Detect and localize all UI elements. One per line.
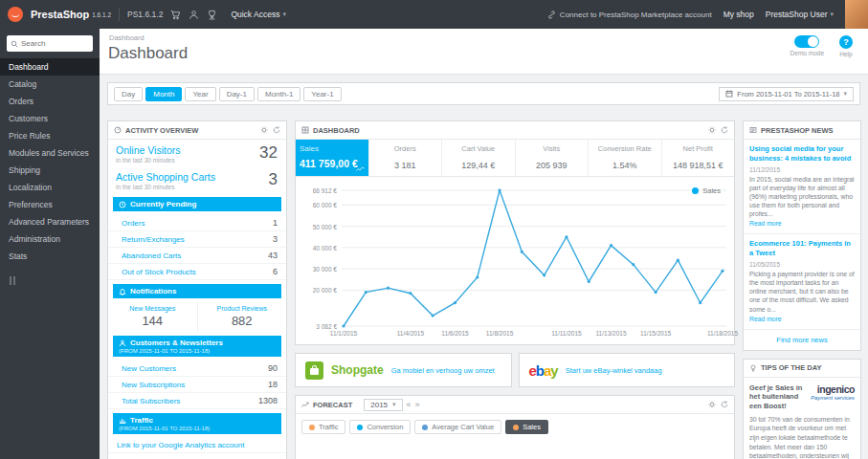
user-menu[interactable]: PrestaShop User ▾ xyxy=(766,10,834,19)
help-label: Help xyxy=(839,51,852,57)
trophy-icon[interactable] xyxy=(207,10,217,20)
notifications-header: Notifications xyxy=(113,284,281,298)
range-button-year[interactable]: Year xyxy=(185,87,215,101)
kpi-orders[interactable]: Orders 3 181 xyxy=(368,140,442,176)
range-button-day[interactable]: Day xyxy=(114,87,143,101)
news-title: PRESTASHOP NEWS xyxy=(761,126,834,135)
active-carts-link[interactable]: Active Shopping Carts xyxy=(116,171,215,183)
forecast-legend-sales[interactable]: Sales xyxy=(505,420,548,434)
product-reviews-value: 882 xyxy=(200,314,285,328)
forecast-next-icon[interactable]: » xyxy=(415,400,420,409)
customer-icon[interactable] xyxy=(189,10,199,20)
shopgate-brand: Shopgate xyxy=(331,363,384,377)
new-messages-stat[interactable]: New Messages 144 xyxy=(108,302,197,332)
abandoned-carts-link[interactable]: Abandoned Carts xyxy=(122,251,181,260)
sidebar-item-customers[interactable]: Customers xyxy=(0,110,100,127)
google-analytics-link[interactable]: Link to your Google Analytics account xyxy=(117,441,244,449)
shopgate-link[interactable]: Ga mobiel en verhoog uw omzet xyxy=(391,366,495,375)
panel-refresh-icon[interactable] xyxy=(273,126,280,134)
active-carts-sub: in the last 30 minutes xyxy=(116,184,278,190)
dashboard-panel: DASHBOARD Sales 411 759,00 € xyxy=(295,120,735,345)
news-article-2: Ecommerce 101: Payments in a Tweet 11/05… xyxy=(744,234,860,329)
kpi-visits[interactable]: Visits 205 939 xyxy=(515,140,589,176)
range-button-month-1[interactable]: Month-1 xyxy=(257,87,300,101)
kpi-cart-value[interactable]: Cart Value 129,44 € xyxy=(441,140,515,176)
prestashop-logo-icon[interactable] xyxy=(8,7,23,22)
tips-title: TIPS OF THE DAY xyxy=(761,363,821,372)
new-customers-link[interactable]: New Customers xyxy=(122,364,176,373)
sidebar-item-modules-and-services[interactable]: Modules and Services xyxy=(0,144,100,162)
search-input[interactable] xyxy=(21,39,89,48)
ebay-link[interactable]: Start uw eBay-winkel vandaag xyxy=(566,366,662,375)
panel-refresh-icon[interactable] xyxy=(721,126,728,134)
sidebar-item-administration[interactable]: Administration xyxy=(0,230,100,248)
panel-settings-icon[interactable] xyxy=(708,401,716,408)
help-icon[interactable]: ? xyxy=(839,35,853,49)
link-icon xyxy=(547,11,556,19)
news-article-link[interactable]: Using social media for your business: 4 … xyxy=(749,144,855,164)
forecast-legend-traffic[interactable]: Traffic xyxy=(301,420,345,434)
date-range-picker[interactable]: From 2015-11-01 To 2015-11-18 ▾ xyxy=(719,87,854,101)
cart-icon[interactable] xyxy=(170,10,181,20)
quick-access-menu[interactable]: Quick Access ▾ xyxy=(231,10,286,19)
forecast-prev-icon[interactable]: « xyxy=(407,400,412,409)
chevron-down-icon: ▾ xyxy=(843,90,847,98)
forecast-legend-average-cart-value[interactable]: Average Cart Value xyxy=(414,420,501,434)
range-button-month[interactable]: Month xyxy=(145,87,182,101)
sidebar-item-price-rules[interactable]: Price Rules xyxy=(0,127,100,144)
sidebar-collapse-button[interactable] xyxy=(10,276,90,285)
active-carts-count: 3 xyxy=(269,170,278,189)
sidebar-search[interactable] xyxy=(7,35,93,52)
read-more-link[interactable]: Read more xyxy=(749,220,782,227)
activity-icon xyxy=(114,126,122,134)
kpi-sales[interactable]: Sales 411 759,00 € xyxy=(296,140,368,176)
news-article-1: Using social media for your business: 4 … xyxy=(744,140,860,234)
new-subscriptions-link[interactable]: New Subscriptions xyxy=(122,381,185,389)
range-button-year-1[interactable]: Year-1 xyxy=(303,87,341,101)
total-subscribers-link[interactable]: Total Subscribers xyxy=(122,397,180,405)
sidebar-item-dashboard[interactable]: Dashboard xyxy=(0,58,100,76)
page-title: Dashboard xyxy=(100,42,868,63)
panel-settings-icon[interactable] xyxy=(708,126,716,134)
new-customers-value: 90 xyxy=(268,363,278,373)
sidebar-item-stats[interactable]: Stats xyxy=(0,248,100,265)
demo-mode-toggle[interactable] xyxy=(794,35,819,48)
sidebar-item-advanced-parameters[interactable]: Advanced Parameters xyxy=(0,213,100,230)
activity-overview-panel: ACTIVITY OVERVIEW Online Visitors in the… xyxy=(107,120,287,459)
page-header: Dashboard Dashboard Demo mode ? Help xyxy=(100,29,868,75)
topbar: PrestaShop 1.6.1.2 PS1.6.1.2 Quick Acces… xyxy=(0,0,868,29)
sidebar-item-catalog[interactable]: Catalog xyxy=(0,76,100,93)
sidebar-menu: Dashboard Catalog Orders Customers Price… xyxy=(0,58,100,265)
sidebar-item-preferences[interactable]: Preferences xyxy=(0,196,100,213)
sidebar-item-shipping[interactable]: Shipping xyxy=(0,162,100,179)
kpi-conversion-rate[interactable]: Conversion Rate 1.54% xyxy=(588,140,661,176)
shopgate-logo-icon xyxy=(305,361,323,380)
legend-dot-icon xyxy=(692,187,699,194)
pending-returns-link[interactable]: Return/Exchanges xyxy=(122,235,185,244)
out-of-stock-value: 6 xyxy=(273,267,278,276)
module-promos: Shopgate Ga mobiel en verhoog uw omzet e… xyxy=(295,353,735,387)
news-article-link[interactable]: Ecommerce 101: Payments in a Tweet xyxy=(749,239,855,258)
customers-newsletters-header: Customers & Newsletters (FROM 2015-11-01… xyxy=(113,336,281,357)
product-reviews-stat[interactable]: Product Reviews 882 xyxy=(197,302,287,332)
find-more-news-link[interactable]: Find more news xyxy=(744,330,860,350)
forecast-year-select[interactable]: 2015 ▾ xyxy=(364,399,402,411)
chart-legend[interactable]: Sales xyxy=(692,186,721,195)
panel-settings-icon[interactable] xyxy=(260,126,268,134)
sidebar-item-localization[interactable]: Localization xyxy=(0,179,100,196)
pending-orders-link[interactable]: Orders xyxy=(122,219,145,228)
sidebar-item-orders[interactable]: Orders xyxy=(0,93,100,110)
brand-name: PrestaShop xyxy=(31,9,89,20)
my-shop-link[interactable]: My shop xyxy=(723,10,754,19)
kpi-net-profit[interactable]: Net Profit 148 918,51 € xyxy=(661,140,735,176)
out-of-stock-link[interactable]: Out of Stock Products xyxy=(122,268,196,276)
marketplace-connect-link[interactable]: Connect to PrestaShop Marketplace accoun… xyxy=(547,11,712,19)
chart-y-axis: 3 082 €20 000 €30 000 €40 000 €50 000 €6… xyxy=(300,185,342,328)
read-more-link[interactable]: Read more xyxy=(749,316,782,322)
panel-refresh-icon[interactable] xyxy=(721,401,728,408)
range-button-day-1[interactable]: Day-1 xyxy=(219,87,255,101)
user-avatar[interactable] xyxy=(845,0,868,29)
online-visitors-link[interactable]: Online Visitors xyxy=(116,144,181,156)
forecast-legend-conversion[interactable]: Conversion xyxy=(349,420,411,434)
chart-plot-area xyxy=(342,185,726,328)
